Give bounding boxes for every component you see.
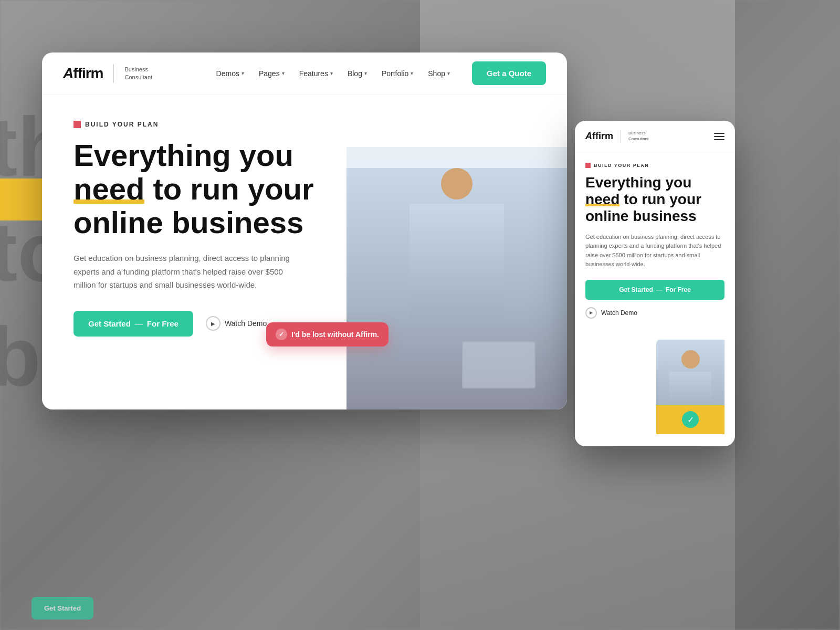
mobile-hero-description: Get education on business planning, dire… — [585, 233, 724, 269]
nav-item-portfolio[interactable]: Portfolio ▾ — [375, 65, 419, 82]
eyebrow-label: BUILD YOUR PLAN — [74, 121, 546, 128]
partial-green-button: Get Started — [32, 597, 93, 620]
watch-demo-button[interactable]: ▶ Watch Demo — [206, 316, 267, 331]
bg-text-3: b — [0, 315, 41, 399]
mobile-logo-name: ffirm — [592, 131, 613, 141]
logo-text: Affirm — [63, 65, 103, 82]
chevron-down-icon: ▾ — [447, 70, 450, 76]
mobile-hero: BUILD YOUR PLAN Everything you need to r… — [575, 152, 735, 445]
check-circle-icon: ✓ — [276, 329, 287, 340]
desktop-nav: Affirm Business Consultant Demos ▾ Pages… — [42, 52, 567, 94]
hero-person-image — [346, 147, 567, 410]
logo-divider — [113, 64, 114, 83]
mobile-person-area: ✓ — [585, 329, 724, 434]
mobile-headline-underline: need — [585, 191, 620, 207]
mobile-check-button[interactable]: ✓ — [682, 411, 699, 428]
desktop-hero: BUILD YOUR PLAN Everything you need to r… — [42, 94, 567, 410]
get-started-button[interactable]: Get Started — For Free — [74, 311, 193, 337]
mobile-person-head — [681, 350, 700, 369]
person-body — [410, 204, 504, 319]
nav-item-demos[interactable]: Demos ▾ — [210, 65, 250, 82]
eyebrow-square — [74, 121, 81, 128]
get-quote-button[interactable]: Get a Quote — [472, 61, 546, 85]
bottom-partial: Get Started — [0, 567, 840, 630]
hero-headline: Everything you need to run your online b… — [74, 139, 357, 239]
hamburger-line — [714, 136, 724, 137]
chevron-down-icon: ▾ — [242, 70, 244, 76]
hero-description: Get education on business planning, dire… — [74, 251, 304, 292]
mobile-eyebrow-square — [585, 163, 591, 168]
mobile-play-icon: ▶ — [585, 307, 597, 319]
person-image-placeholder — [346, 168, 567, 410]
mobile-logo-divider — [621, 130, 621, 143]
chevron-down-icon: ▾ — [330, 70, 333, 76]
chevron-down-icon: ▾ — [364, 70, 367, 76]
mobile-watch-demo-button[interactable]: ▶ Watch Demo — [585, 307, 724, 319]
laptop-image — [462, 341, 536, 388]
nav-item-shop[interactable]: Shop ▾ — [422, 65, 456, 82]
mobile-logo-subtitle: Business Consultant — [628, 131, 648, 142]
mobile-mockup: Affirm Business Consultant BUILD YOUR PL… — [575, 121, 735, 446]
bg-yellow-accent — [0, 178, 42, 220]
chevron-down-icon: ▾ — [282, 70, 285, 76]
mobile-logo: Affirm Business Consultant — [585, 130, 648, 143]
person-head — [441, 168, 472, 200]
logo-letter: A — [63, 65, 73, 81]
mobile-logo-text: Affirm — [585, 131, 613, 142]
mobile-yellow-bar: ✓ — [656, 405, 724, 434]
nav-links: Demos ▾ Pages ▾ Features ▾ Blog ▾ Portfo… — [210, 65, 456, 82]
hamburger-line — [714, 139, 724, 140]
testimonial-bubble: ✓ I'd be lost without Affirm. — [266, 322, 388, 346]
logo-subtitle: Business Consultant — [124, 66, 152, 81]
mobile-nav: Affirm Business Consultant — [575, 121, 735, 152]
logo: Affirm Business Consultant — [63, 64, 152, 83]
mobile-eyebrow-label: BUILD YOUR PLAN — [585, 163, 724, 168]
chevron-down-icon: ▾ — [411, 70, 413, 76]
play-icon: ▶ — [206, 316, 220, 331]
nav-item-pages[interactable]: Pages ▾ — [253, 65, 291, 82]
hamburger-line — [714, 133, 724, 134]
nav-item-blog[interactable]: Blog ▾ — [341, 65, 373, 82]
headline-underline: need — [74, 172, 144, 206]
mobile-get-started-button[interactable]: Get Started — For Free — [585, 280, 724, 300]
hamburger-menu-button[interactable] — [714, 133, 724, 140]
logo-name: ffirm — [73, 65, 103, 81]
mobile-hero-headline: Everything you need to run your online b… — [585, 174, 724, 225]
desktop-mockup: Affirm Business Consultant Demos ▾ Pages… — [42, 52, 567, 410]
nav-item-features[interactable]: Features ▾ — [293, 65, 339, 82]
mobile-logo-letter: A — [585, 131, 592, 141]
